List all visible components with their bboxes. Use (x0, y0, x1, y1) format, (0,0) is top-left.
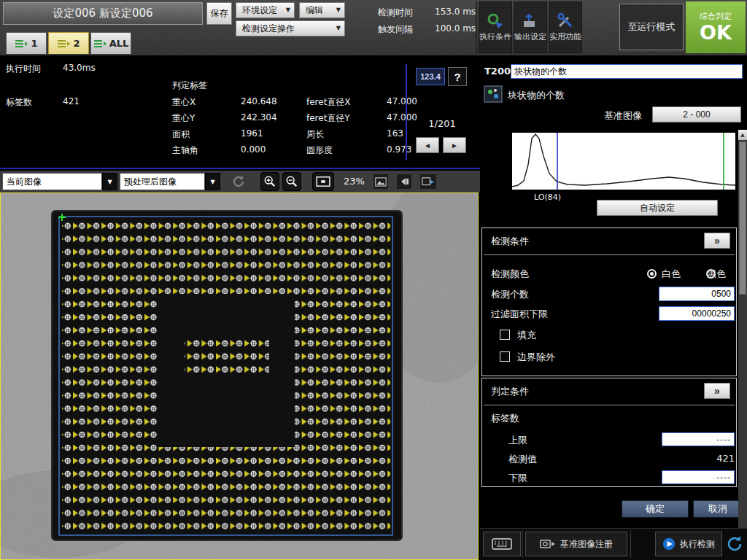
border-exclude-checkbox[interactable] (500, 351, 510, 362)
ok-button[interactable]: 确定 (622, 500, 689, 518)
numeric-display-button[interactable]: 123.4 (416, 68, 445, 85)
execute-detection-label: 执行检测 (680, 538, 715, 551)
divider (522, 530, 523, 558)
unit-type-icon (484, 85, 503, 104)
capture-image-button[interactable] (419, 174, 437, 190)
detection-conditions-title: 检测条件 (491, 235, 529, 248)
result-key: 面积 (172, 128, 190, 141)
zoom-in-button[interactable] (260, 172, 279, 191)
result-value: 1961 (241, 128, 263, 139)
overall-judgement: 综合判定 OK (686, 1, 746, 53)
camera-transfer-icon (540, 538, 556, 550)
flow-operation-dropdown[interactable]: 检测设定操作 ▼ (236, 20, 345, 36)
prev-page-button[interactable]: ◄ (416, 137, 439, 153)
border-exclude-label[interactable]: 边界除外 (517, 351, 555, 364)
result-key: 圆形度 (306, 144, 333, 157)
zoom-level: 23% (344, 176, 365, 187)
refresh-result-icon[interactable] (725, 534, 744, 553)
tab-2-label: 2 (73, 38, 80, 49)
radio-white[interactable] (647, 269, 657, 279)
refresh-image-icon[interactable] (231, 174, 247, 190)
image-display-area[interactable] (0, 192, 479, 560)
radio-black-label[interactable]: 黑色 (707, 268, 726, 281)
judgement-conditions-title: 判定条件 (491, 385, 529, 398)
to-run-mode-button[interactable]: 至运行模式 (619, 4, 684, 50)
edit-label: 编辑 (306, 4, 323, 17)
fill-checkbox-label[interactable]: 填充 (517, 329, 536, 342)
list-run-icon (15, 39, 28, 48)
overall-judgement-value: OK (700, 22, 732, 44)
chevron-down-icon: ▼ (336, 26, 341, 31)
divider (476, 1, 477, 54)
tab-all[interactable]: ALL (90, 32, 131, 54)
execution-condition-button[interactable]: 执行条件 (479, 1, 512, 53)
result-key: feret直径Y (306, 112, 350, 125)
result-value: 0.973 (387, 144, 411, 155)
trigger-interval-value: 100.0 ms (435, 23, 476, 34)
image-mode-value: 当前图像 (2, 173, 102, 190)
arrow-left-icon (399, 177, 409, 186)
scrollbar[interactable]: ▲ (738, 130, 747, 528)
unit-id: T200 (484, 66, 511, 77)
detection-conditions-section: 检测条件 » 检测颜色 白色 黑色 检测个数 过滤面积下限 填充 边界除外 (481, 228, 737, 376)
list-run-icon (93, 39, 107, 48)
tab-1[interactable]: 1 (6, 32, 47, 54)
inspection-image[interactable] (1, 193, 478, 559)
next-page-button[interactable]: ► (443, 137, 466, 153)
detect-time-value: 153.0 ms (435, 7, 476, 17)
chevron-down-icon[interactable]: ▼ (102, 173, 117, 190)
chevron-down-icon: ▼ (286, 7, 290, 13)
expand-detection-button[interactable]: » (704, 233, 730, 249)
execution-condition-label: 执行条件 (479, 31, 511, 42)
upper-limit-input[interactable] (662, 432, 735, 446)
chevron-down-icon: ▼ (336, 7, 341, 13)
result-value: 47.000 (387, 112, 417, 122)
auto-set-button[interactable]: 自动设定 (597, 200, 718, 216)
detect-count-input[interactable] (659, 287, 735, 301)
software-keyboard-button[interactable] (483, 532, 521, 556)
exec-time-value: 43.0ms (63, 63, 96, 73)
execute-detection-button[interactable]: 执行检测 (655, 532, 722, 556)
tab-2[interactable]: 2 (48, 32, 89, 54)
image-sub-dropdown[interactable]: 预处理后图像 ▼ (120, 173, 220, 190)
divider (484, 405, 735, 405)
output-settings-button[interactable]: 输出设定 (514, 1, 547, 53)
expand-judgement-button[interactable]: » (704, 383, 730, 399)
reference-image-select[interactable]: 2 - 000 (652, 106, 741, 122)
output-settings-label: 输出设定 (514, 31, 546, 42)
cancel-button[interactable]: 取消 (693, 500, 743, 518)
unit-name-input[interactable] (511, 64, 743, 79)
fit-view-icon (315, 176, 331, 187)
fit-view-button[interactable] (312, 172, 334, 191)
upper-limit-label: 上限 (508, 434, 527, 447)
keyboard-icon (492, 538, 512, 550)
execution-condition-icon (487, 12, 504, 28)
exec-time-label: 执行时间 (6, 63, 41, 75)
zoom-out-button[interactable] (282, 172, 301, 191)
edit-dropdown[interactable]: 编辑 ▼ (299, 2, 345, 18)
radio-white-label[interactable]: 白色 (662, 268, 681, 281)
save-button[interactable]: 保存 (206, 2, 232, 25)
fill-checkbox[interactable] (500, 330, 510, 340)
divider (484, 254, 735, 255)
scrollbar-thumb[interactable] (739, 141, 746, 295)
lower-limit-input[interactable] (662, 470, 735, 484)
list-run-icon (57, 39, 70, 48)
environment-settings-dropdown[interactable]: 环境设定 ▼ (236, 2, 295, 18)
utility-button[interactable]: 实用功能 (549, 1, 582, 53)
result-key: 周长 (306, 128, 324, 141)
chevron-down-icon[interactable]: ▼ (205, 173, 220, 190)
scroll-up-button[interactable]: ▲ (738, 130, 747, 140)
register-reference-image-button[interactable]: 基准图像注册 (525, 532, 627, 556)
result-key: 重心X (172, 96, 196, 109)
top-toolbar: 设定006 新设定006 保存 环境设定 ▼ 编辑 ▼ 检测设定操作 ▼ 检测时… (0, 0, 747, 55)
histogram-plot (512, 133, 735, 190)
filter-area-input[interactable] (659, 306, 735, 321)
previous-image-button[interactable] (396, 174, 412, 190)
judgement-conditions-section: 判定条件 » 标签数 上限 检测值 421 下限 (481, 378, 737, 487)
image-display-button[interactable] (373, 174, 389, 190)
tab-all-label: ALL (109, 38, 129, 49)
divider (406, 64, 407, 160)
image-mode-dropdown[interactable]: 当前图像 ▼ (2, 173, 117, 190)
help-button[interactable]: ? (448, 67, 467, 86)
